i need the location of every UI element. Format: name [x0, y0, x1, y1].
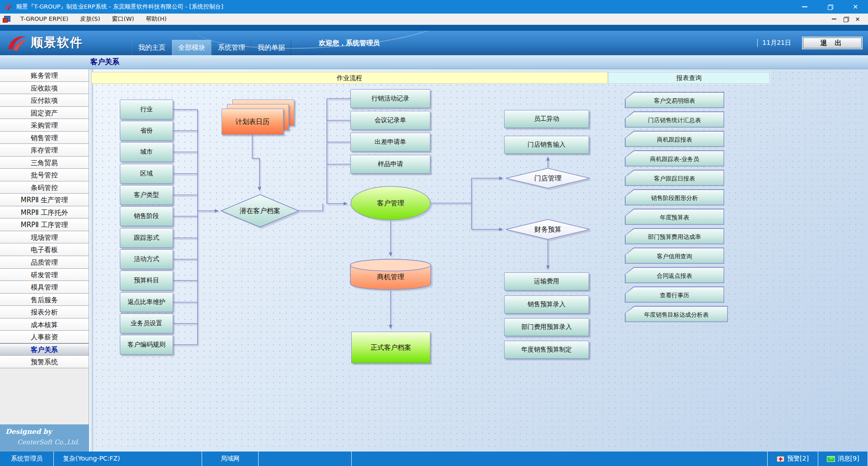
- svg-text:财务预算: 财务预算: [534, 225, 561, 233]
- flow-node-formal-customer[interactable]: 正式客户档案: [351, 332, 430, 363]
- status-empty-1: [259, 452, 352, 466]
- report-sales-stage-graph[interactable]: 销售阶段图形分析: [625, 189, 724, 205]
- flow-node-customer-type[interactable]: 客户类型: [120, 185, 173, 205]
- svg-text:潜在客户档案: 潜在客户档案: [240, 207, 280, 215]
- flow-node-activity-mode[interactable]: 活动方式: [120, 249, 173, 269]
- flow-node-budget-subject[interactable]: 预算科目: [120, 271, 173, 290]
- node-store-management[interactable]: 门店管理: [506, 168, 592, 190]
- status-empty-2: [352, 452, 768, 466]
- status-alerts[interactable]: 预警[2]: [768, 452, 818, 466]
- flow-node-city[interactable]: 城市: [120, 142, 173, 162]
- flow-node-province[interactable]: 省份: [120, 121, 173, 141]
- status-network: 局域网: [202, 452, 259, 466]
- flow-node-sample-request[interactable]: 样品申请: [350, 155, 430, 174]
- flow-node-transport-cost[interactable]: 运输费用: [504, 272, 589, 290]
- flow-node-marketing-activity[interactable]: 行销活动记录: [350, 89, 430, 108]
- report-annual-sales-target-analysis[interactable]: 年度销售目标达成分析表: [625, 306, 728, 322]
- node-customer-management[interactable]: 客户管理: [351, 186, 432, 222]
- message-icon: [827, 456, 835, 462]
- flow-node-annual-sales-budget[interactable]: 年度销售预算制定: [504, 341, 589, 359]
- report-annual-budget[interactable]: 年度预算表: [625, 209, 724, 225]
- flow-node-plan-calendar[interactable]: 计划表日历: [222, 109, 283, 135]
- node-finance-budget[interactable]: 财务预算: [506, 219, 592, 241]
- svg-text:商机管理: 商机管理: [377, 273, 404, 281]
- report-store-sales-summary[interactable]: 门店销售统计汇总表: [625, 111, 724, 128]
- flow-node-dept-expense-budget[interactable]: 部门费用预算录入: [504, 318, 589, 336]
- flow-node-tracking-form[interactable]: 跟踪形式: [120, 228, 173, 248]
- svg-text:门店管理: 门店管理: [534, 174, 561, 182]
- section-work-flow: 作业流程: [91, 72, 608, 84]
- section-report-query[interactable]: 报表查询: [608, 72, 770, 84]
- flow-node-rebate-rate[interactable]: 返点比率维护: [120, 292, 173, 312]
- flow-node-staff-change[interactable]: 员工异动: [504, 110, 589, 128]
- status-host: 复杂(Young-PC:FZ): [54, 452, 202, 466]
- app-window: 顺景『T-GROUP』制造业ERP系统 - 东莞顺景软件科技有限公司 - [系统…: [0, 0, 868, 466]
- node-potential-customer[interactable]: 潜在客户档案: [221, 195, 301, 229]
- flow-node-sales-budget-entry[interactable]: 销售预算录入: [504, 295, 589, 314]
- node-opportunity-management[interactable]: 商机管理: [350, 259, 433, 291]
- flow-node-store-sales-input[interactable]: 门店销售输入: [504, 136, 589, 154]
- flow-node-industry[interactable]: 行业: [120, 100, 173, 119]
- report-opportunity-by-salesman[interactable]: 商机跟踪表-业务员: [625, 150, 724, 166]
- report-customer-credit-query[interactable]: 客户信用查询: [625, 247, 724, 264]
- flow-node-travel-request[interactable]: 出差申请单: [350, 133, 430, 152]
- status-bar: 系统管理员 复杂(Young-PC:FZ) 局域网 预警[2] 消息[9]: [0, 452, 868, 466]
- report-contract-rebate[interactable]: 合同返点报表: [625, 267, 724, 283]
- flow-node-region[interactable]: 区域: [120, 164, 173, 184]
- flow-node-meeting-record[interactable]: 会议记录单: [350, 111, 430, 130]
- status-messages[interactable]: 消息[9]: [818, 452, 868, 466]
- status-user: 系统管理员: [0, 452, 54, 466]
- report-customer-tracking-daily[interactable]: 客户跟踪日报表: [625, 170, 724, 186]
- report-dept-budget-achievement[interactable]: 部门预算费用达成率: [625, 228, 724, 244]
- alert-icon: [777, 456, 784, 462]
- report-opportunity-tracking[interactable]: 商机跟踪报表: [625, 131, 724, 147]
- flow-layer: 潜在客户档案 客户管理 商机管理 门店管理: [0, 0, 868, 466]
- svg-text:客户管理: 客户管理: [377, 199, 404, 207]
- flow-node-sales-stage[interactable]: 销售阶段: [120, 206, 173, 226]
- flow-node-salesman-setup[interactable]: 业务员设置: [120, 314, 173, 333]
- flow-node-customer-code-rule[interactable]: 客户编码规则: [120, 335, 173, 355]
- report-customer-transaction-detail[interactable]: 客户交易明细表: [625, 92, 724, 108]
- report-view-calendar[interactable]: 查看行事历: [625, 286, 724, 303]
